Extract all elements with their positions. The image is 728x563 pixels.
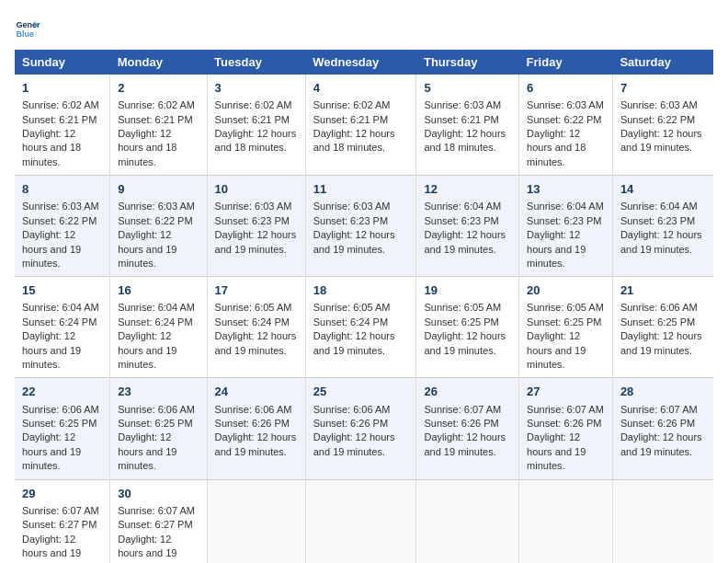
sunset-label: Sunset: 6:25 PM bbox=[424, 316, 498, 327]
day-cell: 3 Sunrise: 6:02 AM Sunset: 6:21 PM Dayli… bbox=[207, 75, 305, 176]
daylight-label: Daylight: 12 hours and 19 minutes. bbox=[424, 229, 506, 254]
logo-icon: General Blue bbox=[15, 15, 40, 40]
sunset-label: Sunset: 6:24 PM bbox=[22, 316, 97, 327]
day-number: 22 bbox=[22, 384, 102, 400]
daylight-label: Daylight: 12 hours and 19 minutes. bbox=[424, 431, 506, 456]
day-number: 3 bbox=[215, 80, 298, 97]
sunset-label: Sunset: 6:23 PM bbox=[424, 215, 498, 226]
sunrise-label: Sunrise: 6:06 AM bbox=[620, 302, 698, 313]
daylight-label: Daylight: 12 hours and 19 minutes. bbox=[118, 431, 176, 471]
col-header-tuesday: Tuesday bbox=[207, 50, 305, 75]
daylight-label: Daylight: 12 hours and 19 minutes. bbox=[22, 330, 81, 370]
day-cell: 18 Sunrise: 6:05 AM Sunset: 6:24 PM Dayl… bbox=[305, 277, 416, 378]
day-number: 14 bbox=[620, 181, 706, 198]
day-number: 13 bbox=[527, 181, 605, 198]
sunset-label: Sunset: 6:21 PM bbox=[215, 114, 290, 125]
day-number: 17 bbox=[215, 282, 298, 299]
day-cell: 7 Sunrise: 6:03 AM Sunset: 6:22 PM Dayli… bbox=[612, 75, 713, 176]
sunset-label: Sunset: 6:26 PM bbox=[527, 418, 601, 429]
col-header-saturday: Saturday bbox=[612, 50, 713, 75]
day-number: 28 bbox=[620, 384, 706, 400]
logo: General Blue bbox=[15, 15, 44, 40]
day-cell: 13 Sunrise: 6:04 AM Sunset: 6:23 PM Dayl… bbox=[519, 176, 613, 277]
sunrise-label: Sunrise: 6:02 AM bbox=[22, 99, 99, 110]
sunset-label: Sunset: 6:23 PM bbox=[215, 215, 290, 226]
sunrise-label: Sunrise: 6:04 AM bbox=[620, 201, 698, 212]
sunset-label: Sunset: 6:23 PM bbox=[620, 215, 695, 226]
day-number: 11 bbox=[313, 181, 409, 198]
week-row-4: 22 Sunrise: 6:06 AM Sunset: 6:25 PM Dayl… bbox=[15, 378, 713, 479]
daylight-label: Daylight: 12 hours and 18 minutes. bbox=[22, 128, 81, 167]
day-cell: 8 Sunrise: 6:03 AM Sunset: 6:22 PM Dayli… bbox=[15, 176, 110, 277]
daylight-label: Daylight: 12 hours and 19 minutes. bbox=[620, 128, 702, 153]
day-cell: 6 Sunrise: 6:03 AM Sunset: 6:22 PM Dayli… bbox=[519, 75, 613, 176]
sunrise-label: Sunrise: 6:07 AM bbox=[22, 505, 99, 516]
daylight-label: Daylight: 12 hours and 19 minutes. bbox=[620, 431, 702, 456]
day-cell: 19 Sunrise: 6:05 AM Sunset: 6:25 PM Dayl… bbox=[416, 277, 519, 378]
day-number: 21 bbox=[620, 282, 706, 299]
sunrise-label: Sunrise: 6:06 AM bbox=[313, 404, 391, 415]
daylight-label: Daylight: 12 hours and 19 minutes. bbox=[118, 534, 176, 563]
sunset-label: Sunset: 6:25 PM bbox=[527, 316, 601, 327]
day-number: 15 bbox=[22, 282, 102, 299]
sunrise-label: Sunrise: 6:07 AM bbox=[424, 404, 501, 415]
day-number: 24 bbox=[215, 384, 298, 400]
sunrise-label: Sunrise: 6:07 AM bbox=[620, 404, 698, 415]
day-number: 9 bbox=[118, 181, 199, 198]
sunset-label: Sunset: 6:21 PM bbox=[22, 114, 97, 125]
sunrise-label: Sunrise: 6:03 AM bbox=[118, 201, 195, 212]
day-cell: 11 Sunrise: 6:03 AM Sunset: 6:23 PM Dayl… bbox=[305, 176, 416, 277]
day-number: 4 bbox=[313, 80, 409, 97]
sunrise-label: Sunrise: 6:06 AM bbox=[118, 404, 195, 415]
sunrise-label: Sunrise: 6:03 AM bbox=[215, 201, 292, 212]
day-cell: 10 Sunrise: 6:03 AM Sunset: 6:23 PM Dayl… bbox=[207, 176, 305, 277]
daylight-label: Daylight: 12 hours and 19 minutes. bbox=[313, 431, 395, 456]
daylight-label: Daylight: 12 hours and 19 minutes. bbox=[22, 431, 81, 471]
sunrise-label: Sunrise: 6:04 AM bbox=[118, 302, 195, 313]
week-row-3: 15 Sunrise: 6:04 AM Sunset: 6:24 PM Dayl… bbox=[15, 277, 713, 378]
daylight-label: Daylight: 12 hours and 19 minutes. bbox=[527, 431, 586, 471]
daylight-label: Daylight: 12 hours and 19 minutes. bbox=[424, 330, 506, 355]
daylight-label: Daylight: 12 hours and 19 minutes. bbox=[118, 330, 176, 370]
sunrise-label: Sunrise: 6:02 AM bbox=[118, 99, 195, 110]
day-cell: 20 Sunrise: 6:05 AM Sunset: 6:25 PM Dayl… bbox=[519, 277, 613, 378]
day-number: 10 bbox=[215, 181, 298, 198]
sunset-label: Sunset: 6:21 PM bbox=[313, 114, 388, 125]
day-cell: 2 Sunrise: 6:02 AM Sunset: 6:21 PM Dayli… bbox=[110, 75, 207, 176]
sunrise-label: Sunrise: 6:05 AM bbox=[527, 302, 604, 313]
daylight-label: Daylight: 12 hours and 19 minutes. bbox=[118, 229, 176, 269]
day-number: 20 bbox=[527, 282, 605, 299]
sunrise-label: Sunrise: 6:05 AM bbox=[313, 302, 391, 313]
sunrise-label: Sunrise: 6:04 AM bbox=[22, 302, 99, 313]
sunset-label: Sunset: 6:22 PM bbox=[620, 114, 695, 125]
sunset-label: Sunset: 6:22 PM bbox=[118, 215, 192, 226]
sunset-label: Sunset: 6:22 PM bbox=[527, 114, 601, 125]
day-cell: 15 Sunrise: 6:04 AM Sunset: 6:24 PM Dayl… bbox=[15, 277, 110, 378]
calendar-table: SundayMondayTuesdayWednesdayThursdayFrid… bbox=[15, 50, 713, 563]
day-cell: 22 Sunrise: 6:06 AM Sunset: 6:25 PM Dayl… bbox=[15, 378, 110, 479]
day-number: 18 bbox=[313, 282, 409, 299]
day-cell: 28 Sunrise: 6:07 AM Sunset: 6:26 PM Dayl… bbox=[612, 378, 713, 479]
day-cell: 4 Sunrise: 6:02 AM Sunset: 6:21 PM Dayli… bbox=[305, 75, 416, 176]
day-number: 23 bbox=[118, 384, 199, 400]
daylight-label: Daylight: 12 hours and 18 minutes. bbox=[215, 128, 297, 153]
sunset-label: Sunset: 6:27 PM bbox=[22, 519, 97, 530]
daylight-label: Daylight: 12 hours and 19 minutes. bbox=[620, 330, 702, 355]
daylight-label: Daylight: 12 hours and 19 minutes. bbox=[313, 229, 395, 254]
sunrise-label: Sunrise: 6:03 AM bbox=[620, 99, 698, 110]
sunset-label: Sunset: 6:22 PM bbox=[22, 215, 97, 226]
sunrise-label: Sunrise: 6:03 AM bbox=[424, 99, 501, 110]
col-header-monday: Monday bbox=[110, 50, 207, 75]
day-number: 2 bbox=[118, 80, 199, 97]
day-cell bbox=[305, 479, 416, 563]
sunset-label: Sunset: 6:23 PM bbox=[527, 215, 601, 226]
col-header-thursday: Thursday bbox=[416, 50, 519, 75]
sunrise-label: Sunrise: 6:04 AM bbox=[527, 201, 604, 212]
day-number: 30 bbox=[118, 486, 199, 502]
daylight-label: Daylight: 12 hours and 19 minutes. bbox=[215, 229, 297, 254]
day-cell: 21 Sunrise: 6:06 AM Sunset: 6:25 PM Dayl… bbox=[612, 277, 713, 378]
sunset-label: Sunset: 6:21 PM bbox=[118, 114, 192, 125]
sunset-label: Sunset: 6:25 PM bbox=[118, 418, 192, 429]
daylight-label: Daylight: 12 hours and 19 minutes. bbox=[22, 229, 81, 269]
sunset-label: Sunset: 6:25 PM bbox=[620, 316, 695, 327]
